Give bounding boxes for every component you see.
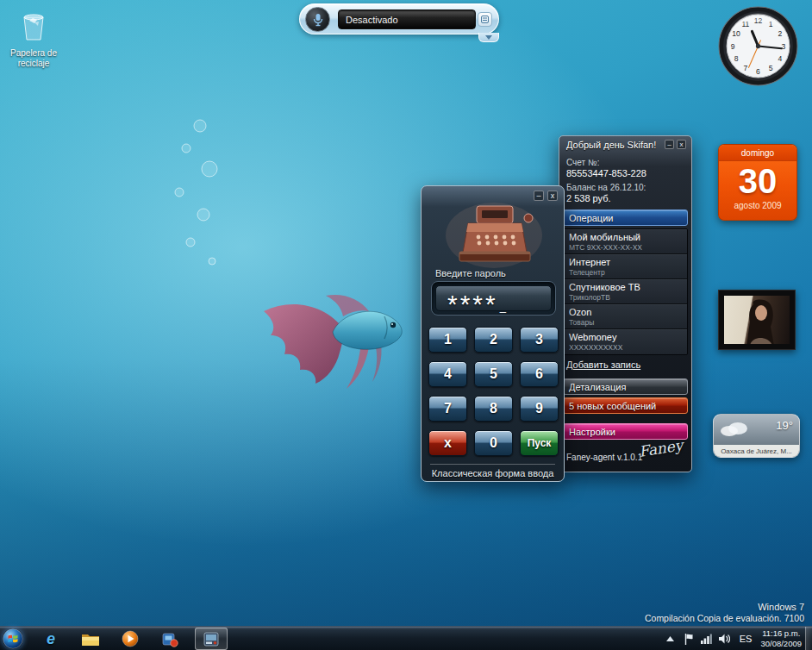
show-desktop-button[interactable] bbox=[805, 627, 812, 650]
minimize-button[interactable]: – bbox=[665, 140, 674, 149]
volume-button[interactable] bbox=[719, 632, 731, 646]
operation-name: Интернет bbox=[569, 257, 682, 268]
clock-numeral: 5 bbox=[769, 64, 773, 72]
weather-location: Oaxaca de Juárez, M... bbox=[714, 445, 799, 457]
keypad-key-4[interactable]: 4 bbox=[428, 361, 467, 387]
password-value: **** bbox=[447, 290, 498, 319]
add-record-link[interactable]: Добавить запись bbox=[566, 359, 640, 370]
text-cursor: _ bbox=[500, 300, 506, 313]
keypad-key-2[interactable]: 2 bbox=[474, 327, 513, 353]
clock-numeral: 8 bbox=[734, 54, 739, 63]
chevron-up-icon bbox=[666, 636, 674, 641]
clock-numeral: 2 bbox=[778, 29, 782, 38]
tray-time: 11:16 p.m. bbox=[760, 628, 802, 639]
cloud-icon bbox=[719, 420, 750, 437]
photo-slideshow-gadget[interactable] bbox=[718, 290, 796, 350]
microphone-button[interactable] bbox=[305, 7, 330, 32]
action-center-button[interactable] bbox=[683, 632, 695, 646]
clock-gadget[interactable]: 12 1 2 3 4 5 6 7 8 9 10 11 bbox=[718, 6, 798, 86]
tray-date: 30/08/2009 bbox=[760, 639, 802, 649]
recycle-bin-label: Papelera de reciclaje bbox=[7, 48, 60, 68]
media-player-icon bbox=[122, 630, 139, 647]
account-label: Счет №: bbox=[566, 158, 599, 167]
internet-explorer-button[interactable]: e bbox=[38, 628, 64, 650]
speaker-icon bbox=[719, 634, 730, 644]
faney-agent-window: Добрый день Skifan! – x Счет №: 85553447… bbox=[559, 135, 692, 472]
keypad-key-8[interactable]: 8 bbox=[474, 396, 513, 422]
list-item[interactable]: Интернет Телецентр bbox=[564, 254, 687, 279]
speech-widget-dropdown-tab[interactable] bbox=[478, 33, 499, 42]
keypad-key-0[interactable]: 0 bbox=[474, 430, 513, 456]
clock-numeral: 7 bbox=[743, 64, 747, 72]
active-app-icon bbox=[203, 632, 219, 647]
list-item[interactable]: Спутниковое ТВ ТриколорТВ bbox=[564, 279, 687, 304]
password-input[interactable]: **** _ bbox=[431, 281, 556, 316]
operation-detail: XXXXXXXXXXX bbox=[569, 343, 682, 352]
calendar-weekday: domingo bbox=[719, 145, 796, 161]
agent-titlebar[interactable]: Добрый день Skifan! – x bbox=[559, 136, 691, 153]
keypad-key-3[interactable]: 3 bbox=[520, 327, 559, 353]
show-hidden-icons-button[interactable] bbox=[665, 632, 677, 646]
operation-name: Ozon bbox=[569, 307, 682, 318]
recycle-bin[interactable]: Papelera de reciclaje bbox=[7, 10, 60, 68]
list-item[interactable]: Webmoney XXXXXXXXXXX bbox=[564, 329, 687, 354]
calendar-gadget[interactable]: domingo 30 agosto 2009 bbox=[718, 144, 797, 221]
operation-name: Спутниковое ТВ bbox=[569, 282, 682, 293]
microphone-icon bbox=[313, 13, 323, 27]
clock-numeral: 10 bbox=[732, 29, 740, 38]
flag-icon bbox=[684, 634, 693, 645]
settings-button[interactable]: Настройки bbox=[563, 423, 688, 440]
keypad-key-6[interactable]: 6 bbox=[520, 361, 559, 387]
operation-name: Webmoney bbox=[569, 332, 682, 343]
operation-detail: Товары bbox=[569, 318, 682, 327]
app-icon bbox=[162, 631, 178, 647]
weather-temperature: 19° bbox=[776, 419, 793, 432]
calendar-day: 30 bbox=[719, 161, 796, 201]
close-button[interactable]: x bbox=[547, 191, 558, 201]
chevron-down-icon bbox=[485, 35, 492, 40]
windows-explorer-button[interactable] bbox=[78, 628, 103, 650]
details-button[interactable]: Детализация bbox=[563, 378, 688, 395]
calendar-month-year: agosto 2009 bbox=[719, 201, 796, 210]
keypad-key-9[interactable]: 9 bbox=[520, 396, 559, 422]
language-indicator[interactable]: ES bbox=[737, 632, 755, 646]
balance-label: Баланс на 26.12.10: bbox=[566, 183, 646, 192]
weather-gadget[interactable]: 19° Oaxaca de Juárez, M... bbox=[713, 414, 800, 458]
password-prompt: Введите пароль bbox=[435, 268, 506, 278]
keypad-key-7[interactable]: 7 bbox=[428, 396, 467, 422]
internet-explorer-icon: e bbox=[47, 630, 55, 648]
watermark-line2: Compilación Copia de evaluación. 7100 bbox=[645, 613, 804, 623]
list-item[interactable]: Ozon Товары bbox=[564, 304, 687, 329]
network-icon bbox=[701, 634, 712, 644]
active-taskbar-button[interactable] bbox=[195, 628, 228, 650]
numeric-keypad: 1 2 3 4 5 6 7 8 9 x 0 Пуск bbox=[428, 327, 559, 456]
close-button[interactable]: x bbox=[677, 140, 686, 149]
classic-input-link[interactable]: Классическая форма ввода bbox=[422, 468, 564, 478]
agent-window-title: Добрый день Skifan! bbox=[566, 140, 656, 150]
operation-name: Мой мобильный bbox=[569, 232, 682, 243]
list-item[interactable]: Мой мобильный МТС 9XX-XXX-XX-XX bbox=[564, 229, 687, 254]
analog-clock: 12 1 2 3 4 5 6 7 8 9 10 11 bbox=[718, 6, 798, 86]
operations-header[interactable]: Операции bbox=[563, 209, 688, 226]
recycle-bin-icon bbox=[19, 10, 48, 43]
network-status-button[interactable] bbox=[701, 632, 713, 646]
new-messages-button[interactable]: 5 новых сообщений bbox=[563, 397, 688, 414]
media-player-button[interactable] bbox=[117, 628, 143, 650]
speech-recognition-widget[interactable]: Desactivado bbox=[299, 3, 499, 34]
speech-widget-menu-button[interactable] bbox=[478, 12, 492, 27]
build-watermark: Windows 7 Compilación Copia de evaluació… bbox=[645, 602, 804, 623]
keypad-key-5[interactable]: 5 bbox=[474, 361, 513, 387]
divider bbox=[430, 464, 555, 465]
operation-detail: Телецентр bbox=[569, 268, 682, 277]
app-launcher-button[interactable] bbox=[157, 628, 183, 650]
faney-signature: Faney bbox=[637, 436, 684, 460]
cancel-key[interactable]: x bbox=[428, 430, 467, 456]
bubbles-decoration bbox=[155, 112, 241, 276]
keypad-key-1[interactable]: 1 bbox=[428, 327, 467, 353]
system-tray: ES 11:16 p.m. 30/08/2009 bbox=[665, 627, 802, 650]
start-button[interactable] bbox=[3, 628, 23, 649]
tray-clock[interactable]: 11:16 p.m. 30/08/2009 bbox=[760, 628, 802, 649]
operation-detail: МТС 9XX-XXX-XX-XX bbox=[569, 243, 682, 252]
operation-detail: ТриколорТВ bbox=[569, 293, 682, 302]
enter-key[interactable]: Пуск bbox=[520, 430, 559, 456]
